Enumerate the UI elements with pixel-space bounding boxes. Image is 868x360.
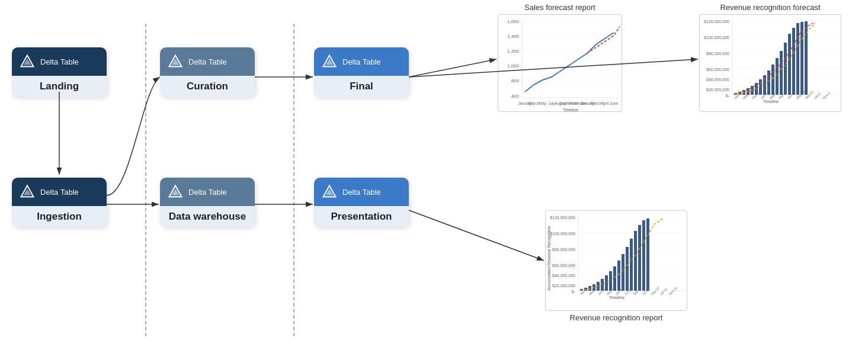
svg-text:$-: $- [572,290,576,294]
svg-text:$20,000,000: $20,000,000 [706,88,729,92]
delta-icon-landing [19,53,36,70]
ingestion-header: Delta Table [12,178,107,206]
svg-rect-64 [788,34,791,95]
svg-text:$60,000,000: $60,000,000 [706,68,729,72]
datawarehouse-node: Delta Table Data warehouse [160,178,255,227]
svg-text:Accumulated Revenue Recognitio: Accumulated Revenue Recognition [547,226,552,290]
svg-rect-108 [634,231,637,291]
svg-text:400: 400 [511,94,520,99]
delta-icon-ingestion [19,184,36,200]
revenue-report-title: Revenue recognition report [545,313,687,322]
sales-forecast-chart: 1,600 1,400 1,200 1,000 800 400 January … [498,14,622,112]
landing-header-text: Delta Table [40,57,79,66]
revenue-report-chart: $120,000,000 $100,000,000 $80,000,000 $6… [545,210,687,311]
ingestion-node: Delta Table Ingestion [12,178,107,227]
svg-rect-63 [784,43,787,95]
svg-text:$20,000,000: $20,000,000 [552,284,575,288]
delta-icon-datawarehouse [167,184,184,200]
presentation-node: Delta Table Presentation [314,178,409,227]
delta-icon-final [321,53,338,70]
svg-line-131 [409,59,497,77]
svg-text:June: June [610,101,618,105]
svg-text:March: March [529,101,539,105]
delta-icon-presentation [321,184,338,200]
revenue-forecast-chart: $120,000,000 $100,000,000 $80,000,000 $6… [699,14,841,112]
svg-text:Jan-2: Jan-2 [813,92,821,100]
final-label: Final [314,76,409,97]
svg-text:$100,000,000: $100,000,000 [550,232,575,236]
ingestion-header-text: Delta Table [40,188,79,197]
separator-2 [293,24,294,336]
svg-text:800: 800 [511,78,520,83]
svg-text:Nov-21: Nov-21 [668,286,678,296]
curation-header: Delta Table [160,47,255,76]
revenue-forecast-title-container: Revenue recognition forecast $120,000,00… [699,3,841,112]
svg-text:Jan-22: Jan-22 [786,91,796,100]
svg-text:Jul-p2: Jul-p2 [623,287,632,296]
landing-header: Delta Table [12,47,107,76]
separator-1 [145,24,146,336]
svg-text:Timeline: Timeline [563,108,578,112]
svg-text:April: April [601,101,609,106]
presentation-header-text: Delta Table [342,188,381,197]
svg-text:1,000: 1,000 [507,63,520,69]
revenue-report-svg: $120,000,000 $100,000,000 $80,000,000 $6… [546,211,687,308]
datawarehouse-label: Data warehouse [160,206,255,227]
svg-rect-106 [626,247,629,291]
svg-text:$120,000,000: $120,000,000 [550,216,575,220]
datawarehouse-header-text: Delta Table [188,188,227,197]
svg-text:Jul-21: Jul-21 [659,287,668,296]
svg-rect-104 [617,261,620,291]
datawarehouse-header: Delta Table [160,178,255,206]
presentation-label: Presentation [314,206,409,227]
svg-rect-67 [800,22,803,95]
svg-text:$40,000,000: $40,000,000 [552,274,575,278]
final-node: Delta Table Final [314,47,409,97]
presentation-header: Delta Table [314,178,409,206]
revenue-forecast-title: Revenue recognition forecast [699,3,841,12]
svg-text:May: May [539,101,547,106]
sales-forecast-svg: 1,600 1,400 1,200 1,000 800 400 January … [498,15,622,112]
svg-text:1,600: 1,600 [507,19,520,24]
curation-header-text: Delta Table [188,57,227,66]
svg-line-133 [409,210,544,261]
revenue-report-title-container: $120,000,000 $100,000,000 $80,000,000 $6… [545,210,687,322]
svg-text:$-: $- [726,94,730,98]
svg-text:Sep-22: Sep-22 [650,286,660,296]
svg-text:Jan-21: Jan-21 [579,287,588,296]
sales-forecast-title-container: Sales forecast report 1,600 1,400 1,200 … [498,3,622,112]
svg-text:March: March [591,101,601,105]
svg-text:1,400: 1,400 [507,34,520,39]
svg-rect-110 [642,220,645,291]
svg-text:Sep-22: Sep-22 [632,286,642,296]
ingestion-label: Ingestion [12,206,107,227]
revenue-forecast-svg: $120,000,000 $100,000,000 $80,000,000 $6… [700,15,841,112]
svg-rect-60 [771,65,774,95]
svg-text:$80,000,000: $80,000,000 [552,247,575,252]
svg-text:$40,000,000: $40,000,000 [706,78,729,82]
svg-text:$60,000,000: $60,000,000 [552,263,575,268]
svg-rect-65 [792,28,795,95]
curation-label: Curation [160,76,255,97]
svg-rect-59 [767,70,770,95]
sales-forecast-title: Sales forecast report [498,3,622,12]
final-header-text: Delta Table [342,57,381,66]
svg-text:Sep-2: Sep-2 [777,91,786,100]
svg-text:$120,000,000: $120,000,000 [704,20,729,24]
svg-text:1,200: 1,200 [507,49,520,54]
svg-rect-105 [622,254,624,291]
svg-rect-111 [646,218,649,291]
svg-rect-62 [780,51,783,95]
final-header: Delta Table [314,47,409,76]
svg-text:$100,000,000: $100,000,000 [704,36,729,40]
svg-text:$80,000,000: $80,000,000 [706,52,729,56]
svg-text:Nov-2: Nov-2 [822,91,831,100]
svg-rect-66 [796,23,799,95]
landing-label: Landing [12,76,107,97]
svg-rect-61 [776,58,779,95]
delta-icon-curation [167,53,184,70]
diagram-container: Delta Table Landing Delta Table Ingestio… [0,0,868,360]
svg-rect-107 [630,239,633,291]
curation-node: Delta Table Curation [160,47,255,97]
svg-rect-109 [638,225,641,291]
